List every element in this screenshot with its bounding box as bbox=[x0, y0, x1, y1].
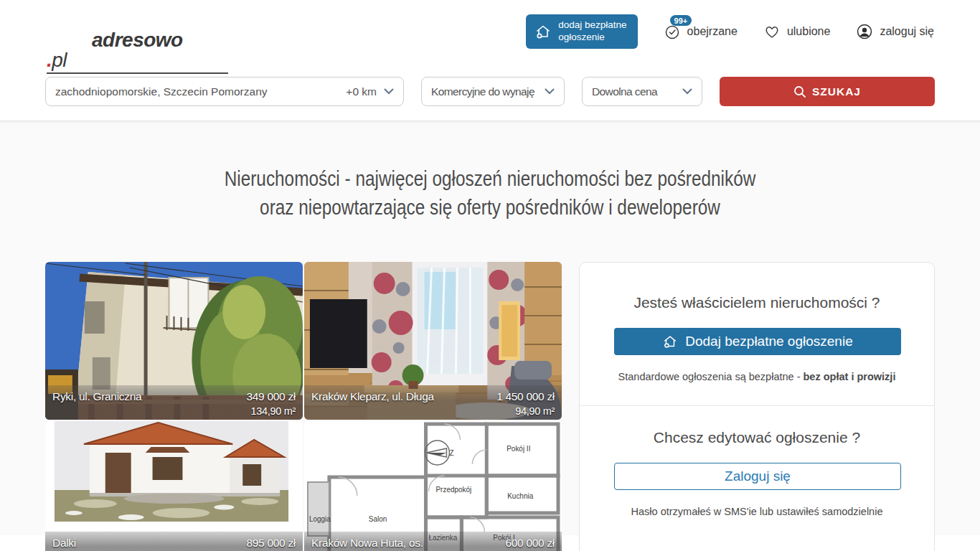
add-free-listing-button[interactable]: Dodaj bezpłatne ogłoszenie bbox=[614, 328, 901, 355]
add-listing-label: dodaj bezpłatne ogłoszenie bbox=[558, 19, 626, 44]
search-icon bbox=[793, 85, 806, 98]
viewed-count-badge: 99+ bbox=[670, 15, 692, 26]
listing-overlay: Kraków Kleparz, ul. Długa 1 450 000 zł 9… bbox=[304, 385, 562, 420]
hero: Nieruchomości - najwięcej ogłoszeń nieru… bbox=[0, 121, 980, 222]
chevron-down-icon bbox=[682, 88, 692, 95]
heart-icon bbox=[763, 23, 781, 40]
header-nav: dodaj bezpłatne ogłoszenie 99+ obejrzane… bbox=[526, 14, 934, 49]
listing-price: 895 000 zł bbox=[246, 535, 296, 550]
listing-overlay: Dalki 895 000 zł bbox=[45, 532, 303, 551]
house-plus-icon bbox=[534, 23, 552, 40]
page-title: Nieruchomości - najwięcej ogłoszeń nieru… bbox=[78, 164, 901, 222]
nav-viewed[interactable]: 99+ obejrzane bbox=[664, 23, 738, 40]
owner-section: Jesteś właścicielem nieruchomości ? Doda… bbox=[580, 294, 934, 382]
room-label: Loggia bbox=[309, 515, 331, 523]
logo-tld: pl bbox=[52, 49, 67, 71]
listings-grid: Ryki, ul. Graniczna 349 000 zł 134,90 m² bbox=[45, 262, 562, 551]
category-value: Komercyjne do wynaję bbox=[431, 85, 537, 98]
listing-price: 600 000 zł bbox=[505, 535, 555, 550]
user-circle-icon bbox=[856, 23, 873, 40]
edit-section: Chcesz edytować ogłoszenie ? Zaloguj się… bbox=[580, 406, 934, 517]
listing-card[interactable]: Dalki 895 000 zł bbox=[45, 421, 303, 551]
room-label: Kuchnia bbox=[507, 492, 533, 500]
add-listing-button[interactable]: dodaj bezpłatne ogłoszenie bbox=[526, 14, 637, 49]
listing-price: 1 450 000 zł bbox=[496, 389, 555, 403]
favorites-label: ulubione bbox=[787, 25, 831, 38]
listing-overlay: Ryki, ul. Graniczna 349 000 zł 134,90 m² bbox=[45, 385, 303, 420]
price-select[interactable]: Dowolna cena bbox=[582, 77, 702, 106]
search-button[interactable]: SZUKAJ bbox=[720, 77, 935, 106]
adresowo-logo[interactable]: adresowo.pl bbox=[47, 0, 228, 74]
chevron-down-icon bbox=[384, 88, 394, 95]
listing-name: Ryki, ul. Graniczna bbox=[52, 389, 141, 403]
room-label: Pokój II bbox=[507, 445, 530, 453]
room-label: Salon bbox=[369, 515, 387, 523]
login-label: zaloguj się bbox=[880, 25, 934, 38]
add-free-listing-label: Dodaj bezpłatne ogłoszenie bbox=[685, 334, 852, 349]
listing-area: 94,90 m² bbox=[496, 405, 555, 417]
edit-note: Hasło otrzymałeś w SMS'ie lub ustawiłeś … bbox=[580, 506, 934, 517]
room-label: Z bbox=[449, 449, 453, 457]
location-input[interactable]: zachodniopomorskie, Szczecin Pomorzany +… bbox=[45, 77, 404, 106]
chevron-down-icon bbox=[545, 88, 555, 95]
radius-value: +0 km bbox=[346, 85, 377, 98]
login-button[interactable]: Zaloguj się bbox=[614, 463, 901, 490]
house-plus-icon bbox=[662, 334, 678, 349]
listing-card[interactable]: Kraków Kleparz, ul. Długa 1 450 000 zł 9… bbox=[304, 262, 562, 420]
logo-main: adresowo bbox=[47, 30, 228, 50]
edit-title: Chcesz edytować ogłoszenie ? bbox=[580, 429, 934, 446]
header: adresowo.pl dodaj bezpłatne ogłoszenie 9… bbox=[0, 0, 980, 63]
listing-card[interactable]: Z Pokój II Przedpokój Kuchnia Salon Logg… bbox=[304, 421, 562, 551]
search-button-label: SZUKAJ bbox=[812, 85, 861, 98]
owner-note: Standardowe ogłoszenia są bezpłatne - be… bbox=[580, 371, 934, 382]
nav-favorites[interactable]: ulubione bbox=[763, 23, 831, 40]
listing-overlay: Kraków Nowa Huta, os. 600 000 zł bbox=[304, 532, 562, 551]
viewed-label: obejrzane bbox=[687, 25, 738, 38]
listing-card[interactable]: Ryki, ul. Graniczna 349 000 zł 134,90 m² bbox=[45, 262, 303, 420]
search-bar: zachodniopomorskie, Szczecin Pomorzany +… bbox=[0, 77, 980, 106]
price-value: Dowolna cena bbox=[592, 85, 675, 98]
owner-title: Jesteś właścicielem nieruchomości ? bbox=[580, 294, 934, 311]
listing-name: Kraków Kleparz, ul. Długa bbox=[311, 389, 434, 403]
listing-name: Dalki bbox=[52, 535, 76, 550]
listing-area: 134,90 m² bbox=[246, 405, 296, 417]
listing-price: 349 000 zł bbox=[246, 389, 296, 403]
category-select[interactable]: Komercyjne do wynaję bbox=[421, 77, 565, 106]
location-value: zachodniopomorskie, Szczecin Pomorzany bbox=[55, 85, 346, 98]
listing-name: Kraków Nowa Huta, os. bbox=[311, 535, 423, 550]
page-content: Nieruchomości - najwięcej ogłoszeń nieru… bbox=[0, 121, 980, 535]
nav-login[interactable]: zaloguj się bbox=[856, 23, 934, 40]
room-label: Przedpokój bbox=[435, 486, 471, 494]
owner-panel: Jesteś właścicielem nieruchomości ? Doda… bbox=[579, 262, 935, 551]
